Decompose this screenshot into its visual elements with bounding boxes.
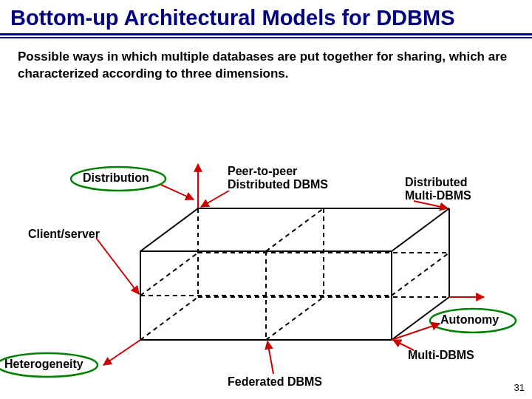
svg-line-11 xyxy=(266,297,324,340)
svg-line-28 xyxy=(161,185,194,200)
axis-heterogeneity-label: Heterogeneity xyxy=(4,358,83,371)
axis-distribution-label: Distribution xyxy=(83,171,149,185)
client-server-label: Client/server xyxy=(28,228,100,241)
axis-autonomy-label: Autonomy xyxy=(440,313,499,327)
svg-line-21 xyxy=(392,324,440,340)
distributed-multi-label: Distributed Multi-DBMS xyxy=(405,176,471,203)
svg-line-25 xyxy=(96,238,139,294)
slide-subtitle: Possible ways in which multiple database… xyxy=(0,38,532,90)
distributed-multi-line1: Distributed xyxy=(405,176,467,188)
title-underline-thick xyxy=(0,33,532,35)
svg-line-1 xyxy=(392,208,449,251)
multi-dbms-label: Multi-DBMS xyxy=(408,349,474,362)
slide-title: Bottom-up Architectural Models for DDBMS xyxy=(0,0,532,33)
svg-line-27 xyxy=(267,341,273,374)
svg-line-15 xyxy=(140,253,198,296)
page-number: 31 xyxy=(514,382,525,393)
svg-line-22 xyxy=(103,340,140,365)
peer-to-peer-label: Peer-to-peer Distributed DBMS xyxy=(228,165,328,192)
svg-line-23 xyxy=(201,191,229,207)
svg-line-0 xyxy=(140,208,198,251)
peer-to-peer-line2: Distributed DBMS xyxy=(228,178,328,191)
distributed-multi-line2: Multi-DBMS xyxy=(405,189,471,202)
svg-line-7 xyxy=(140,297,198,340)
peer-to-peer-line1: Peer-to-peer xyxy=(228,165,297,177)
federated-dbms-label: Federated DBMS xyxy=(228,375,322,389)
svg-line-13 xyxy=(392,253,449,296)
svg-line-8 xyxy=(266,208,324,251)
